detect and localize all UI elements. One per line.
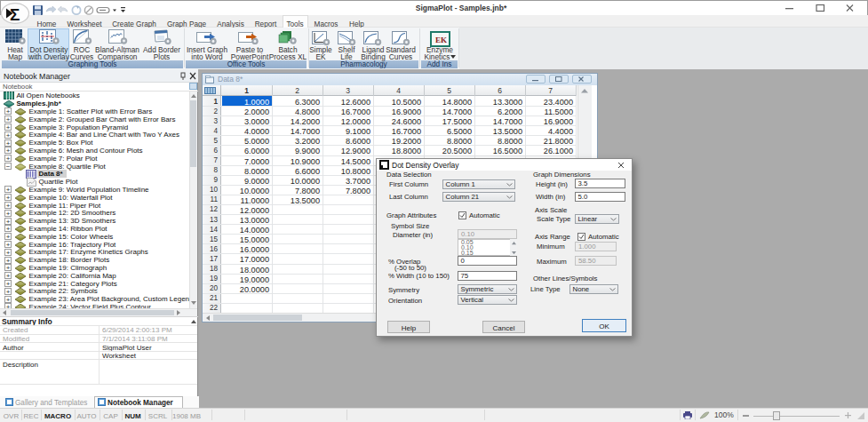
svg-text:EK: EK xyxy=(435,36,447,44)
